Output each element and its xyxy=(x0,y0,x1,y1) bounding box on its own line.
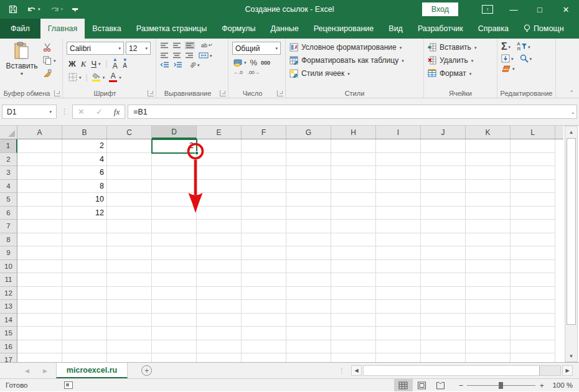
cell-J16[interactable] xyxy=(421,340,466,354)
cell-L12[interactable] xyxy=(511,287,555,301)
cell-F16[interactable] xyxy=(242,340,286,354)
tab-page-layout[interactable]: Разметка страницы xyxy=(129,19,214,39)
font-color-button[interactable]: А▾ xyxy=(109,72,121,82)
cell-L10[interactable] xyxy=(511,260,555,274)
cell-I1[interactable] xyxy=(376,139,421,153)
cell-C10[interactable] xyxy=(107,260,152,274)
wrap-text-button[interactable]: ab↵ xyxy=(201,43,213,49)
cell-L13[interactable] xyxy=(511,300,555,314)
cell-G1[interactable] xyxy=(286,139,331,153)
cell-F3[interactable] xyxy=(242,166,286,180)
cell-C5[interactable] xyxy=(107,193,152,207)
cell-G11[interactable] xyxy=(286,273,331,287)
align-left-button[interactable] xyxy=(160,52,169,58)
cell-E8[interactable] xyxy=(197,233,242,247)
name-box[interactable]: D1▾ xyxy=(2,105,57,119)
close-button[interactable]: ✕ xyxy=(553,0,579,19)
cell-C4[interactable] xyxy=(107,180,152,194)
cell-K16[interactable] xyxy=(466,340,511,354)
column-header-K[interactable]: K xyxy=(466,126,511,139)
alignment-dialog-launcher[interactable] xyxy=(220,90,226,96)
column-header-H[interactable]: H xyxy=(331,126,376,139)
enter-button[interactable]: ✓ xyxy=(96,107,103,116)
cell-L5[interactable] xyxy=(511,193,555,207)
cell-K14[interactable] xyxy=(466,314,511,327)
cell-F1[interactable] xyxy=(242,139,286,153)
borders-dropdown-icon[interactable]: ▾ xyxy=(79,75,82,80)
horizontal-scroll-thumb[interactable] xyxy=(364,366,540,375)
cell-C6[interactable] xyxy=(107,207,152,220)
zoom-out-button[interactable]: − xyxy=(459,381,464,390)
cell-G6[interactable] xyxy=(286,207,331,220)
font-color-dropdown-icon[interactable]: ▾ xyxy=(119,75,121,80)
row-header-11[interactable]: 11 xyxy=(0,273,17,287)
cell-D13[interactable] xyxy=(152,300,197,314)
cell-A16[interactable] xyxy=(17,340,62,354)
scroll-right-icon[interactable]: ▶ xyxy=(562,365,573,376)
cell-C14[interactable] xyxy=(107,314,152,327)
format-painter-button[interactable] xyxy=(43,69,56,78)
cell-H12[interactable] xyxy=(331,287,376,301)
column-header-I[interactable]: I xyxy=(376,126,421,139)
tab-view[interactable]: Вид xyxy=(381,19,410,39)
column-header-G[interactable]: G xyxy=(286,126,331,139)
tab-review[interactable]: Рецензирование xyxy=(306,19,382,39)
cell-F13[interactable] xyxy=(242,300,286,314)
view-page-break-button[interactable] xyxy=(431,379,450,391)
accounting-dropdown-icon[interactable]: ▾ xyxy=(244,60,247,65)
cell-H14[interactable] xyxy=(331,314,376,327)
row-header-16[interactable]: 16 xyxy=(0,340,17,354)
cell-D1[interactable]: 2 xyxy=(152,139,197,153)
cell-E15[interactable] xyxy=(197,327,242,340)
ribbon-display-options-button[interactable]: ↑ xyxy=(474,0,501,19)
cell-G13[interactable] xyxy=(286,300,331,314)
format-cells-button[interactable]: Формат▾ xyxy=(428,69,493,78)
row-header-13[interactable]: 13 xyxy=(0,300,17,314)
comma-style-button[interactable]: 000 xyxy=(261,60,270,66)
row-header-10[interactable]: 10 xyxy=(0,260,17,274)
cell-E1[interactable] xyxy=(197,139,242,153)
cell-C16[interactable] xyxy=(107,340,152,354)
cell-E3[interactable] xyxy=(197,166,242,180)
row-header-8[interactable]: 8 xyxy=(0,233,17,247)
cell-L8[interactable] xyxy=(511,233,555,247)
row-header-7[interactable]: 7 xyxy=(0,220,17,233)
cancel-button[interactable]: ✕ xyxy=(78,107,85,116)
cell-F2[interactable] xyxy=(242,153,286,167)
cell-K10[interactable] xyxy=(466,260,511,274)
cell-J10[interactable] xyxy=(421,260,466,274)
view-page-layout-button[interactable] xyxy=(413,379,431,391)
bold-button[interactable]: Ж xyxy=(68,60,76,68)
cell-K15[interactable] xyxy=(466,327,511,340)
conditional-formatting-button[interactable]: Условное форматирование▾ xyxy=(290,43,420,52)
column-header-B[interactable]: B xyxy=(62,126,107,139)
cell-B10[interactable] xyxy=(62,260,107,274)
customize-qat-icon[interactable]: ▬▾ xyxy=(72,7,78,11)
cell-G9[interactable] xyxy=(286,246,331,260)
font-dialog-launcher[interactable] xyxy=(148,90,154,96)
fill-color-button[interactable]: ▾ xyxy=(92,73,105,82)
cell-G14[interactable] xyxy=(286,314,331,327)
undo-dropdown-icon[interactable]: ▾ xyxy=(38,7,40,12)
cell-I5[interactable] xyxy=(376,193,421,207)
row-header-3[interactable]: 3 xyxy=(0,166,17,180)
cut-button[interactable] xyxy=(43,43,56,52)
cell-A2[interactable] xyxy=(17,153,62,167)
cell-L14[interactable] xyxy=(511,314,555,327)
row-header-6[interactable]: 6 xyxy=(0,207,17,220)
cell-D16[interactable] xyxy=(152,340,197,354)
cell-A3[interactable] xyxy=(17,166,62,180)
fill-dropdown-icon[interactable]: ▾ xyxy=(511,57,514,61)
cell-F4[interactable] xyxy=(242,180,286,194)
cell-K12[interactable] xyxy=(466,287,511,301)
cell-I6[interactable] xyxy=(376,207,421,220)
column-header-F[interactable]: F xyxy=(242,126,286,139)
cell-B13[interactable] xyxy=(62,300,107,314)
cell-F15[interactable] xyxy=(242,327,286,340)
clear-dropdown-icon[interactable]: ▾ xyxy=(512,67,515,71)
autosum-button[interactable]: Σ▾ xyxy=(501,42,511,52)
cell-A9[interactable] xyxy=(17,246,62,260)
cell-H8[interactable] xyxy=(331,233,376,247)
cell-J9[interactable] xyxy=(421,246,466,260)
cell-K8[interactable] xyxy=(466,233,511,247)
